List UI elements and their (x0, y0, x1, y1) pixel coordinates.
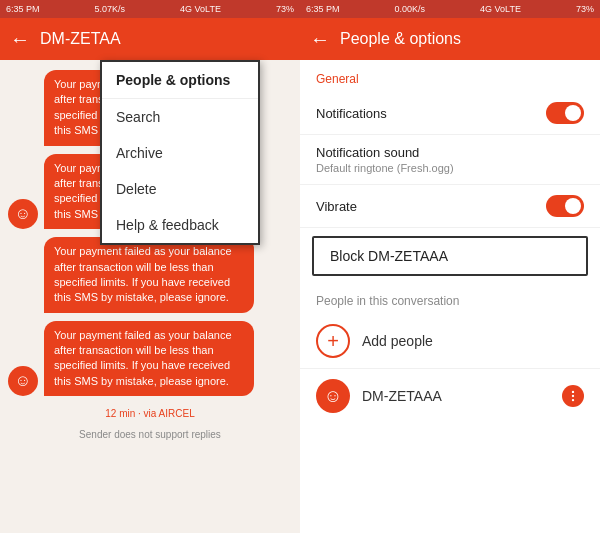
block-row[interactable]: Block DM-ZETAAA (312, 236, 588, 276)
menu-item-help[interactable]: Help & feedback (102, 207, 258, 243)
avatar: ☺ (8, 366, 38, 396)
right-panel: 6:35 PM 0.00K/s 4G VoLTE 73% ← People & … (300, 0, 600, 533)
top-bar-left: ← DM-ZETAA (0, 18, 300, 60)
vibrate-text: Vibrate (316, 199, 357, 214)
general-label: General (300, 60, 600, 92)
notification-sound-label: Notification sound (316, 145, 454, 160)
notifications-text: Notifications (316, 106, 387, 121)
sender-info: 12 min · via AIRCEL (8, 408, 292, 419)
page-title: People & options (340, 30, 461, 48)
no-reply-text: Sender does not support replies (8, 429, 292, 440)
message-bubble: Your payment failed as your balance afte… (44, 237, 254, 313)
svg-point-1 (572, 395, 574, 397)
vibrate-row: Vibrate (300, 185, 600, 228)
status-bar-left: 6:35 PM 5.07K/s 4G VoLTE 73% (0, 0, 300, 18)
svg-point-0 (572, 391, 574, 393)
back-button-left[interactable]: ← (10, 28, 30, 51)
back-button-right[interactable]: ← (310, 28, 330, 51)
menu-item-delete[interactable]: Delete (102, 171, 258, 207)
contact-avatar: ☺ (316, 379, 350, 413)
signal-right: 4G VoLTE (480, 4, 521, 14)
network-left: 5.07K/s (95, 4, 126, 14)
contact-row: ☺ DM-ZETAAA (300, 369, 600, 423)
person-icon: ☺ (15, 372, 31, 390)
vibrate-label: Vibrate (316, 199, 357, 214)
add-people-label: Add people (362, 333, 433, 349)
battery-right: 73% (576, 4, 594, 14)
people-section-label: People in this conversation (300, 284, 600, 314)
signal-left: 4G VoLTE (180, 4, 221, 14)
settings-icon (566, 389, 580, 403)
menu-item-archive[interactable]: Archive (102, 135, 258, 171)
notification-sound-row[interactable]: Notification sound Default ringtone (Fre… (300, 135, 600, 185)
add-people-row[interactable]: + Add people (300, 314, 600, 369)
contact-options-button[interactable] (562, 385, 584, 407)
network-right: 0.00K/s (395, 4, 426, 14)
contact-name: DM-ZETAAA (362, 388, 550, 404)
add-people-icon: + (316, 324, 350, 358)
battery-left: 73% (276, 4, 294, 14)
svg-point-2 (572, 399, 574, 401)
top-bar-right: ← People & options (300, 18, 600, 60)
contact-avatar-icon: ☺ (324, 386, 342, 407)
notification-sound-text: Notification sound Default ringtone (Fre… (316, 145, 454, 174)
dropdown-menu: People & options Search Archive Delete H… (100, 60, 260, 245)
time-right: 6:35 PM (306, 4, 340, 14)
right-content: General Notifications Notification sound… (300, 60, 600, 533)
message-row: ☺ Your payment failed as your balance af… (8, 321, 292, 397)
menu-item-search[interactable]: Search (102, 99, 258, 135)
notification-sound-sublabel: Default ringtone (Fresh.ogg) (316, 162, 454, 174)
chat-title: DM-ZETAA (40, 30, 121, 48)
notifications-row: Notifications (300, 92, 600, 135)
avatar: ☺ (8, 199, 38, 229)
time-left: 6:35 PM (6, 4, 40, 14)
left-panel: 6:35 PM 5.07K/s 4G VoLTE 73% ← DM-ZETAA … (0, 0, 300, 533)
status-bar-right: 6:35 PM 0.00K/s 4G VoLTE 73% (300, 0, 600, 18)
notifications-label: Notifications (316, 106, 387, 121)
person-icon: ☺ (15, 205, 31, 223)
message-bubble: Your payment failed as your balance afte… (44, 321, 254, 397)
message-row: Your payment failed as your balance afte… (8, 237, 292, 313)
notifications-toggle[interactable] (546, 102, 584, 124)
dropdown-header: People & options (102, 62, 258, 99)
block-label: Block DM-ZETAAA (330, 248, 570, 264)
vibrate-toggle[interactable] (546, 195, 584, 217)
